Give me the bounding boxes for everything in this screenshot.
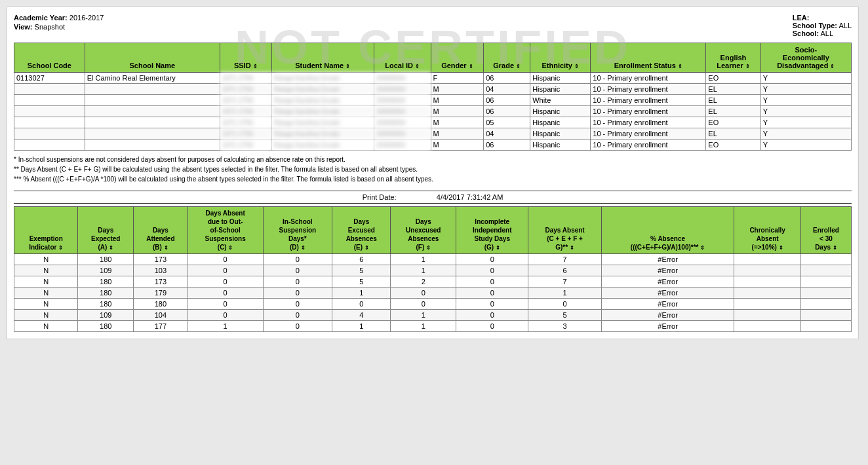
bottom-table: ExemptionIndicator ⇕ DaysExpected(A) ⇕ D… bbox=[14, 206, 852, 332]
bottom-table-cell: 0 bbox=[456, 321, 528, 332]
top-table-row: 1071 2756Ranga Karolina Grcals20000064M0… bbox=[14, 95, 852, 106]
bottom-table-row: N109104004105#Error bbox=[14, 310, 852, 321]
bottom-table-cell: 177 bbox=[134, 321, 188, 332]
table-cell: M bbox=[431, 117, 484, 128]
table-cell: 20000064 bbox=[374, 73, 431, 84]
bottom-table-cell: #Error bbox=[601, 276, 734, 288]
bottom-table-row: N180177101103#Error bbox=[14, 321, 852, 332]
table-cell: 1071 2756 bbox=[220, 106, 271, 117]
bottom-table-cell: 0 bbox=[456, 276, 528, 288]
bottom-table-cell: 180 bbox=[78, 299, 134, 310]
bottom-table-row: N180173005207#Error bbox=[14, 276, 852, 288]
bottom-table-cell: 1 bbox=[391, 265, 456, 276]
bottom-table-header-row: ExemptionIndicator ⇕ DaysExpected(A) ⇕ D… bbox=[14, 207, 852, 254]
note3: *** % Absent (((C +E+F+G)/A *100) will b… bbox=[14, 174, 852, 184]
excused-sort-icon[interactable]: ⇕ bbox=[365, 245, 369, 251]
enrollment-sort-icon[interactable]: ⇕ bbox=[678, 64, 682, 69]
col-sed: Socio-EconomicallyDisadvantaged ⇕ bbox=[760, 43, 851, 73]
table-cell: F bbox=[431, 73, 484, 84]
bottom-table-cell: 7 bbox=[528, 276, 601, 288]
col-chron-absent: ChronicallyAbsent(=>10%) ⇕ bbox=[734, 207, 801, 254]
report-header: Academic Year: 2016-2017 View: Snapshot … bbox=[14, 14, 852, 37]
in-susp-sort-icon[interactable]: ⇕ bbox=[301, 245, 306, 251]
table-cell: 04 bbox=[484, 128, 530, 140]
exemption-sort-icon[interactable]: ⇕ bbox=[58, 245, 63, 251]
table-cell: Hispanic bbox=[530, 128, 591, 140]
chron-sort-icon[interactable]: ⇕ bbox=[779, 245, 783, 251]
top-table-row: 0113027El Camino Real Elementary1071 275… bbox=[14, 73, 852, 84]
bottom-table-cell: 180 bbox=[134, 299, 188, 310]
days-absent-sort-icon[interactable]: ⇕ bbox=[570, 245, 574, 251]
bottom-table-cell: 0 bbox=[263, 310, 332, 321]
table-cell: EL bbox=[706, 106, 760, 117]
col-in-suspension: In-SchoolSuspensionDays*(D) ⇕ bbox=[263, 207, 332, 254]
incomplete-sort-icon[interactable]: ⇕ bbox=[496, 245, 500, 251]
ethnicity-sort-icon[interactable]: ⇕ bbox=[574, 64, 579, 69]
table-cell: 06 bbox=[484, 106, 530, 117]
col-excused: DaysExcusedAbsences(E) ⇕ bbox=[332, 207, 391, 254]
table-cell: Y bbox=[760, 128, 851, 140]
table-cell: EO bbox=[706, 117, 760, 128]
bottom-table-cell: 180 bbox=[78, 321, 134, 332]
table-cell: 20000064 bbox=[374, 95, 431, 106]
bottom-table-cell: 173 bbox=[134, 276, 188, 288]
lea-label: LEA: bbox=[793, 14, 810, 22]
pct-sort-icon[interactable]: ⇕ bbox=[700, 245, 705, 251]
ssid-sort-icon[interactable]: ⇕ bbox=[253, 64, 258, 69]
table-cell: Ranga Karolina Grcals bbox=[271, 128, 374, 140]
out-susp-sort-icon[interactable]: ⇕ bbox=[228, 245, 233, 251]
header-left: Academic Year: 2016-2017 View: Snapshot bbox=[14, 14, 104, 37]
academic-year-label: Academic Year: bbox=[14, 14, 68, 22]
notes-section: * In-school suspensions are not consider… bbox=[14, 155, 852, 184]
table-cell: EO bbox=[706, 73, 760, 84]
bottom-table-cell bbox=[800, 310, 851, 321]
header-right: LEA: School Type: ALL School: ALL bbox=[793, 14, 852, 37]
bottom-table-cell: N bbox=[14, 310, 78, 321]
bottom-table-cell bbox=[734, 310, 801, 321]
bottom-table-cell bbox=[800, 265, 851, 276]
student-name-sort-icon[interactable]: ⇕ bbox=[345, 64, 350, 69]
bottom-table-cell: #Error bbox=[601, 265, 734, 276]
col-out-suspension: Days Absentdue to Out-of-SchoolSuspensio… bbox=[187, 207, 263, 254]
bottom-table-cell: 109 bbox=[78, 310, 134, 321]
bottom-table-cell: 0 bbox=[263, 321, 332, 332]
enrolled-sort-icon[interactable]: ⇕ bbox=[833, 245, 837, 251]
table-cell: 1071 2756 bbox=[220, 117, 271, 128]
gender-sort-icon[interactable]: ⇕ bbox=[469, 64, 473, 69]
top-table-row: 1071 2756Ranga Karolina Grcals20000064M0… bbox=[14, 128, 852, 140]
bottom-table-cell: N bbox=[14, 276, 78, 288]
col-ethnicity: Ethnicity ⇕ bbox=[530, 43, 591, 73]
bottom-table-cell: 0 bbox=[263, 288, 332, 299]
table-cell: 10 - Primary enrollment bbox=[591, 73, 706, 84]
bottom-table-cell: 6 bbox=[332, 254, 391, 265]
local-id-sort-icon[interactable]: ⇕ bbox=[415, 64, 420, 69]
table-cell: Y bbox=[760, 117, 851, 128]
table-cell: Y bbox=[760, 106, 851, 117]
col-gender: Gender ⇕ bbox=[431, 43, 484, 73]
bottom-table-cell: 0 bbox=[187, 254, 263, 265]
attended-sort-icon[interactable]: ⇕ bbox=[164, 245, 168, 251]
table-cell: Ranga Karolina Grcals bbox=[271, 140, 374, 151]
table-cell bbox=[14, 84, 85, 95]
top-table-row: 1071 2756Ranga Karolina Grcals20000064M0… bbox=[14, 117, 852, 128]
unexcused-sort-icon[interactable]: ⇕ bbox=[426, 245, 431, 251]
table-cell: 10 - Primary enrollment bbox=[591, 106, 706, 117]
grade-sort-icon[interactable]: ⇕ bbox=[516, 64, 521, 69]
sed-sort-icon[interactable]: ⇕ bbox=[830, 64, 835, 69]
col-unexcused: DaysUnexcusedAbsences(F) ⇕ bbox=[391, 207, 456, 254]
bottom-table-cell: 0 bbox=[263, 299, 332, 310]
bottom-table-cell: 0 bbox=[391, 288, 456, 299]
expected-sort-icon[interactable]: ⇕ bbox=[109, 245, 113, 251]
bottom-table-cell: 0 bbox=[187, 310, 263, 321]
table-cell: 06 bbox=[484, 140, 530, 151]
bottom-table-cell: 1 bbox=[187, 321, 263, 332]
el-sort-icon[interactable]: ⇕ bbox=[745, 64, 750, 69]
col-days-expected: DaysExpected(A) ⇕ bbox=[78, 207, 134, 254]
bottom-table-cell bbox=[734, 254, 801, 265]
bottom-table-cell bbox=[800, 276, 851, 288]
bottom-table-cell bbox=[734, 276, 801, 288]
col-student-name: Student Name ⇕ bbox=[271, 43, 374, 73]
bottom-table-cell: #Error bbox=[601, 310, 734, 321]
table-cell: Hispanic bbox=[530, 73, 591, 84]
col-english-learner: EnglishLearner ⇕ bbox=[706, 43, 760, 73]
